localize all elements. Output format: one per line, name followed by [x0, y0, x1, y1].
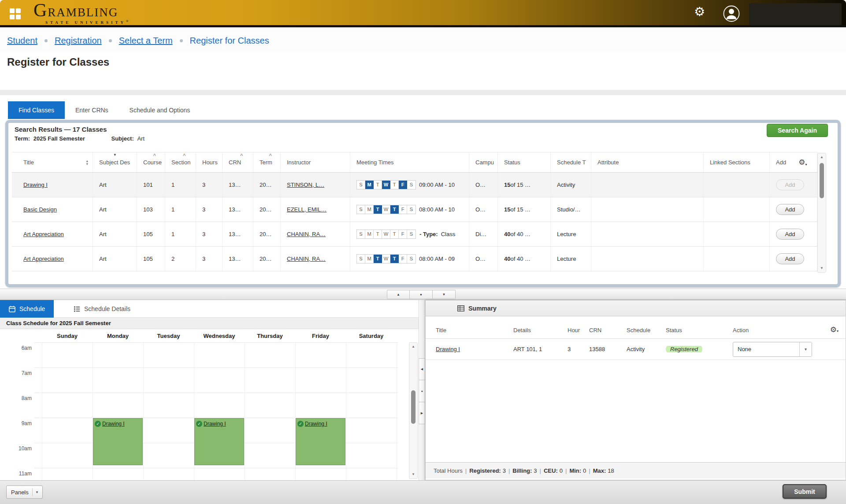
column-header-meeting[interactable]: Meeting Times	[350, 152, 469, 172]
breadcrumb-select-a-term[interactable]: Select a Term	[119, 36, 173, 46]
tab-schedule-details[interactable]: Schedule Details	[65, 300, 139, 318]
term-value: 2025 Fall Semester	[33, 135, 85, 142]
list-icon	[74, 306, 80, 312]
summary-title-link[interactable]: Drawing I	[436, 346, 460, 352]
expand-up-button[interactable]: ▲	[387, 290, 410, 299]
time-label: 9am	[0, 420, 32, 426]
meeting-time-text: 08:00 AM - 09	[419, 256, 455, 262]
day-pill-T: T	[390, 255, 399, 263]
event-course-link[interactable]: Drawing I	[305, 421, 327, 427]
user-profile-icon[interactable]	[723, 5, 740, 22]
event-course-link[interactable]: Drawing I	[204, 421, 226, 427]
column-header-status[interactable]: Status	[498, 152, 551, 172]
breadcrumb-student[interactable]: Student	[7, 36, 37, 46]
cell-linked_sections	[704, 173, 770, 197]
breadcrumb: Student Registration Select a Term Regis…	[0, 30, 846, 52]
scroll-down-icon[interactable]: ▼	[818, 265, 826, 271]
calendar-scrollbar-thumb[interactable]	[411, 390, 416, 424]
results-scrollbar-thumb[interactable]	[820, 163, 824, 198]
scroll-down-icon[interactable]: ▼	[409, 471, 417, 478]
column-header-title[interactable]: Title▴▾	[12, 152, 93, 172]
course-title-link[interactable]: Basic Design	[23, 206, 57, 213]
registered-check-icon: ✓	[297, 421, 304, 427]
column-header-hours[interactable]: Hours	[196, 152, 223, 172]
summary-panel: Summary TitleDetailsHourCRNScheduleStatu…	[425, 300, 846, 480]
tab-find-classes[interactable]: Find Classes	[8, 101, 65, 119]
course-title-link[interactable]: Art Appreciation	[23, 256, 64, 262]
registered-check-icon: ✓	[95, 421, 101, 427]
tab-schedule-and-options[interactable]: Schedule and Options	[119, 101, 201, 119]
action-select[interactable]: None▾	[733, 342, 812, 357]
results-scrollbar[interactable]: ▲ ▼	[817, 153, 826, 273]
column-header-schedule_type[interactable]: Schedule T	[551, 152, 591, 172]
event-course-link[interactable]: Drawing I	[102, 421, 125, 427]
splitter-controls: ◀ ● ▶	[419, 358, 425, 424]
column-header-add[interactable]: Add⚙▾	[770, 152, 817, 172]
column-header-crn[interactable]: CRN^	[223, 152, 253, 172]
totals-value: 0	[583, 467, 586, 474]
submit-button[interactable]: Submit	[783, 484, 827, 499]
app-menu-icon[interactable]	[10, 8, 21, 20]
day-pill-W: W	[382, 255, 390, 263]
calendar-scrollbar[interactable]: ▲ ▼	[409, 342, 418, 479]
calendar-event[interactable]: ✓Drawing I	[93, 418, 143, 465]
settings-gear-icon[interactable]: ⚙	[694, 5, 705, 19]
cell-status: 15 of 15 …	[498, 173, 551, 197]
cell-crn: 13…	[223, 173, 253, 197]
add-button[interactable]: Add	[776, 253, 804, 264]
calendar-event[interactable]: ✓Drawing I	[194, 418, 244, 465]
breadcrumb-registration[interactable]: Registration	[55, 36, 102, 46]
results-settings-gear-icon[interactable]: ⚙	[798, 158, 805, 167]
column-header-campus[interactable]: Campu	[469, 152, 498, 172]
column-header-instructor[interactable]: Instructor	[281, 152, 350, 172]
summary-settings-gear-icon[interactable]: ⚙ ▾	[830, 325, 839, 334]
splitter-reset-button[interactable]: ●	[419, 380, 425, 402]
expand-left-button[interactable]: ◀	[419, 358, 425, 380]
expand-down-button[interactable]: ▼	[433, 290, 456, 299]
status-registered-badge: Registered	[666, 346, 702, 352]
schedule-panel: Schedule Schedule Details Class Schedule…	[0, 300, 419, 480]
day-pill-M: M	[365, 230, 374, 238]
seats-count: 40	[504, 231, 510, 237]
instructor-link[interactable]: EZELL, EMIL…	[287, 206, 327, 213]
cell-attribute	[591, 247, 704, 271]
scroll-up-icon[interactable]: ▲	[818, 154, 826, 160]
logo-text: RAMBLING	[48, 6, 118, 19]
horizontal-splitter[interactable]: ▲ ● ▼	[0, 289, 846, 300]
column-header-term[interactable]: Term^	[253, 152, 281, 172]
course-title-link[interactable]: Drawing I	[23, 182, 48, 188]
meeting-days-pills: SMTWTFS	[356, 180, 416, 189]
tab-enter-crns[interactable]: Enter CRNs	[65, 101, 119, 119]
column-header-section[interactable]: Section^	[165, 152, 196, 172]
cell-schedule_type: Lecture	[551, 222, 591, 246]
search-again-button[interactable]: Search Again	[767, 124, 828, 137]
column-header-subject[interactable]: Subject Des▾	[93, 152, 137, 172]
panels-label: Panels	[11, 489, 29, 496]
splitter-reset-button[interactable]: ●	[410, 290, 433, 299]
course-title-link[interactable]: Art Appreciation	[23, 231, 64, 237]
cell-add: Add	[770, 197, 817, 222]
totals-value: 3	[503, 467, 506, 474]
add-button[interactable]: Add	[776, 229, 804, 240]
cell-meeting: SMTWTFS- Type:Class	[350, 222, 469, 246]
instructor-link[interactable]: STINSON, L…	[287, 182, 324, 188]
column-header-attribute[interactable]: Attribute	[591, 152, 704, 172]
column-header-label: Course	[143, 159, 162, 166]
vertical-splitter[interactable]: ◀ ● ▶	[419, 300, 425, 480]
column-header-course[interactable]: Course^	[137, 152, 165, 172]
column-header-linked_sections[interactable]: Linked Sections	[704, 152, 770, 172]
top-navigation-bar: GRAMBLING STATE UNIVERSITY® ⚙	[0, 0, 846, 27]
day-header-thursday: Thursday	[245, 333, 295, 339]
expand-right-button[interactable]: ▶	[419, 402, 425, 424]
summary-column-details: Details	[513, 327, 568, 334]
calendar-event[interactable]: ✓Drawing I	[296, 418, 345, 465]
instructor-link[interactable]: CHANIN, RA…	[287, 231, 326, 237]
tab-schedule[interactable]: Schedule	[0, 300, 54, 318]
cell-attribute	[591, 197, 704, 222]
panels-button[interactable]: Panels ▾	[6, 485, 43, 499]
sort-icon[interactable]: ▴▾	[86, 159, 88, 166]
add-button[interactable]: Add	[776, 204, 804, 215]
instructor-link[interactable]: CHANIN, RA…	[287, 256, 326, 262]
scroll-up-icon[interactable]: ▲	[409, 344, 417, 350]
user-menu-area[interactable]	[749, 3, 842, 25]
